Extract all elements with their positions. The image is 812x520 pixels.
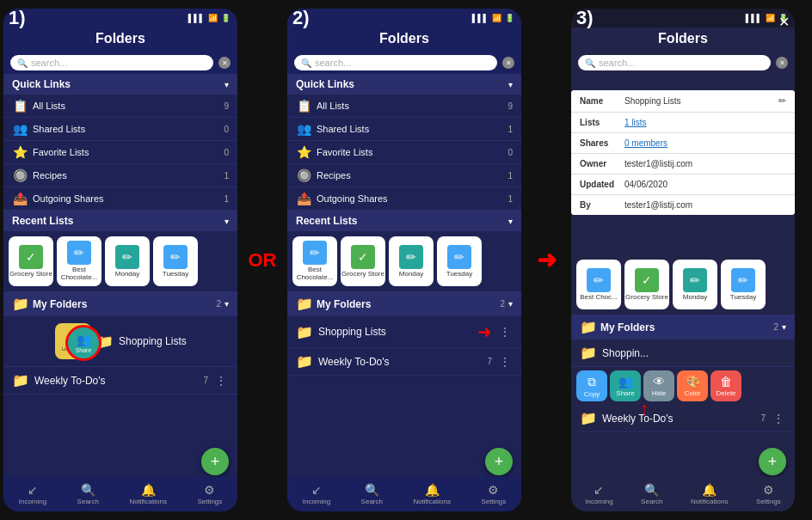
settings-icon-1: ⚙ (204, 483, 215, 497)
nav-notifications-3[interactable]: 🔔 Notifications (691, 483, 729, 505)
shared-lists-icon-1: 👥 (12, 122, 28, 136)
nav-incoming-3[interactable]: ↙ Incoming (585, 483, 612, 505)
step-2-label: 2) (292, 7, 310, 29)
my-folders-header-3[interactable]: 📁 My Folders 2 ▾ (571, 315, 795, 340)
nav-search-3[interactable]: 🔍 Search (641, 483, 662, 505)
share-icon-circle: 👥 (77, 333, 91, 346)
notifications-label-1: Notifications (129, 498, 167, 505)
my-folders-header-2[interactable]: 📁 My Folders 2 ▾ (287, 291, 521, 316)
all-lists-item-2[interactable]: 📋 All Lists 9 (287, 95, 521, 118)
or-label: OR (249, 249, 277, 272)
recent-lists-header-1[interactable]: Recent Lists ▾ (3, 211, 237, 231)
weekly-todo-folder-3[interactable]: 📁 Weekly To-Do's 7 ⋮ (571, 405, 795, 432)
recent-lists-header-2[interactable]: Recent Lists ▾ (287, 211, 521, 231)
recipes-label-1: Recipes (33, 170, 218, 180)
recent-monday-1[interactable]: ✏ Monday (105, 236, 150, 286)
outgoing-shares-item-2[interactable]: 📤 Outgoing Shares 1 (287, 187, 521, 211)
recipes-item-1[interactable]: 🔘 Recipes 1 (3, 164, 237, 187)
info-shares-row[interactable]: Shares 0 members (571, 133, 795, 154)
bottom-nav-2: ↙ Incoming 🔍 Search 🔔 Notifications ⚙ Se… (287, 477, 521, 511)
hide-btn-3[interactable]: 👁 Hide (643, 370, 674, 401)
fab-1[interactable]: + (201, 448, 229, 475)
recent-grocery-2[interactable]: ✓ Grocery Store (341, 236, 385, 286)
share-btn-3[interactable]: 👥 Share (610, 370, 641, 401)
search-bar-1[interactable]: 🔍 search... ✕ (3, 52, 237, 74)
weekly-todo-dots-3[interactable]: ⋮ (771, 412, 786, 425)
recent-tuesday-3[interactable]: ✏ Tuesday (721, 260, 766, 309)
recent-choc-3[interactable]: ✏ Best Choc... (576, 260, 621, 309)
notifications-label-3: Notifications (691, 498, 729, 505)
my-folders-header-1[interactable]: 📁 My Folders 2 ▾ (3, 291, 237, 316)
quick-links-chevron-2: ▾ (508, 80, 513, 89)
recent-tuesday-2[interactable]: ✏ Tuesday (437, 236, 482, 286)
shared-lists-item-2[interactable]: 👥 Shared Lists 1 (287, 118, 521, 141)
fab-3[interactable]: + (759, 448, 786, 475)
nav-search-2[interactable]: 🔍 Search (361, 483, 383, 505)
fab-2[interactable]: + (485, 448, 513, 475)
search-text-2: search... (315, 58, 351, 68)
shopping-lists-folder-3[interactable]: 📁 Shoppin... (571, 340, 795, 367)
delete-btn-3[interactable]: 🗑 Delete (710, 370, 741, 401)
outgoing-shares-icon-1: 📤 (12, 192, 28, 205)
recent-tuesday-label-1: Tuesday (163, 271, 188, 278)
recent-tuesday-icon-1: ✏ (163, 245, 188, 269)
quick-links-header-1[interactable]: Quick Links ▾ (3, 74, 237, 95)
search-clear-1[interactable]: ✕ (218, 57, 231, 69)
copy-btn-3[interactable]: ⧉ Copy (576, 370, 607, 401)
close-button-3[interactable]: ✕ (778, 14, 790, 30)
outgoing-shares-item-1[interactable]: 📤 Outgoing Shares 1 (3, 187, 237, 211)
weekly-todo-dots-1[interactable]: ⋮ (213, 374, 229, 388)
shopping-dots-2[interactable]: ⋮ (497, 325, 513, 339)
recent-choc-1[interactable]: ✏ Best Chocolate... (57, 236, 102, 286)
settings-label-1: Settings (197, 498, 222, 505)
favorite-lists-item-1[interactable]: ⭐ Favorite Lists 0 (3, 141, 237, 164)
nav-settings-3[interactable]: ⚙ Settings (756, 483, 781, 505)
search-clear-2[interactable]: ✕ (502, 57, 514, 69)
nav-notifications-2[interactable]: 🔔 Notifications (413, 483, 451, 505)
recipes-item-2[interactable]: 🔘 Recipes 1 (287, 164, 521, 187)
nav-settings-2[interactable]: ⚙ Settings (481, 483, 506, 505)
shared-lists-item-1[interactable]: 👥 Shared Lists 0 (3, 118, 237, 141)
nav-incoming-1[interactable]: ↙ Incoming (19, 483, 46, 505)
quick-links-header-2[interactable]: Quick Links ▾ (287, 74, 521, 95)
nav-settings-1[interactable]: ⚙ Settings (197, 483, 222, 505)
folder-header-icon-3: 📁 (580, 319, 597, 335)
search-nav-icon-2: 🔍 (365, 483, 379, 497)
weekly-todo-dots-2[interactable]: ⋮ (497, 355, 513, 369)
shopping-lists-folder-2[interactable]: 📁 Shopping Lists ➜ ⋮ (287, 316, 521, 348)
recent-grocery-icon-2: ✓ (351, 245, 375, 269)
shopping-lists-folder-1[interactable]: 📋 List Notes 👥 Share 📁 Shopping Lists (3, 316, 237, 367)
recent-lists-title-1: Recent Lists (12, 215, 73, 227)
recent-section-3: ✏ Best Choc... ✓ Grocery Store ✏ Monday … (571, 254, 795, 315)
my-folders-chevron-1: ▾ (225, 299, 229, 309)
recent-monday-2[interactable]: ✏ Monday (389, 236, 434, 286)
recent-lists-chevron-1: ▾ (225, 217, 229, 226)
favorite-lists-item-2[interactable]: ⭐ Favorite Lists 0 (287, 141, 521, 164)
weekly-todo-folder-1[interactable]: 📁 Weekly To-Do's 7 ⋮ (3, 367, 237, 395)
share-circle-btn-1[interactable]: 👥 Share (65, 325, 102, 361)
search-clear-3[interactable]: ✕ (776, 57, 788, 69)
all-lists-item-1[interactable]: 📋 All Lists 9 (3, 95, 237, 118)
shopping-folder-wrap-3: 📁 Shoppin... ⧉ Copy 👥 Share (571, 340, 795, 405)
nav-search-1[interactable]: 🔍 Search (77, 483, 99, 505)
color-btn-3[interactable]: 🎨 Color (677, 370, 708, 401)
outgoing-shares-label-1: Outgoing Shares (33, 193, 218, 204)
app-title-1: Folders (95, 31, 145, 46)
search-bar-3[interactable]: 🔍 search... ✕ (571, 52, 795, 74)
weekly-todo-folder-2[interactable]: 📁 Weekly To-Do's 7 ⋮ (287, 348, 521, 376)
recent-grocery-1[interactable]: ✓ Grocery Store (9, 236, 53, 286)
notifications-icon-2: 🔔 (425, 483, 440, 497)
recent-grocery-3[interactable]: ✓ Grocery Store (624, 260, 669, 309)
recent-monday-3[interactable]: ✏ Monday (673, 260, 717, 309)
recent-tuesday-1[interactable]: ✏ Tuesday (153, 236, 198, 286)
nav-incoming-2[interactable]: ↙ Incoming (303, 483, 330, 505)
info-lists-row[interactable]: Lists 1 lists (571, 113, 795, 133)
search-bar-2[interactable]: 🔍 search... ✕ (287, 52, 521, 74)
recent-choc-2[interactable]: ✏ Best Chocolate... (292, 236, 337, 286)
recent-choc-label-3: Best Choc... (580, 294, 618, 302)
incoming-label-3: Incoming (585, 498, 612, 505)
nav-notifications-1[interactable]: 🔔 Notifications (129, 483, 167, 505)
red-arrow-3: ↑ (640, 399, 649, 419)
info-by-row: By tester1@listij.com (571, 195, 795, 215)
edit-name-icon[interactable]: ✏ (778, 95, 786, 107)
